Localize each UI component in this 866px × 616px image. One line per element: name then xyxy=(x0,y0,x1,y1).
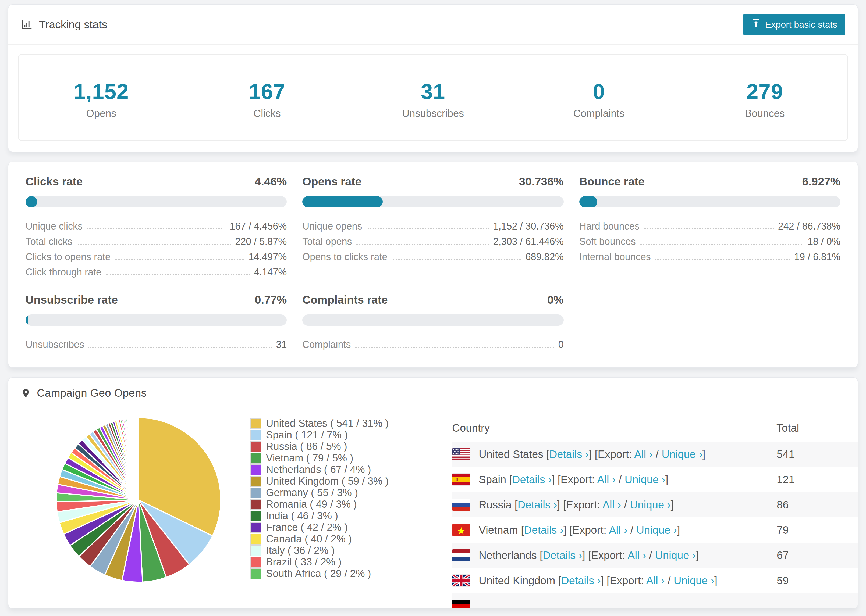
rate-progress-fill xyxy=(25,314,28,326)
legend-item-united-kingdom[interactable]: United Kingdom ( 59 / 3% ) xyxy=(250,475,412,487)
legend-item-italy[interactable]: Italy ( 36 / 2% ) xyxy=(250,545,412,556)
country-total: 79 xyxy=(777,524,789,536)
export-all-link[interactable]: All › xyxy=(597,473,616,486)
rate-value: 6.927% xyxy=(802,175,841,188)
geo-table-col-country: Country xyxy=(452,414,776,442)
dotted-leader xyxy=(644,228,774,229)
legend-item-netherlands[interactable]: Netherlands ( 67 / 4% ) xyxy=(250,464,412,475)
export-all-link[interactable]: All › xyxy=(609,524,627,536)
geo-table-row-united-kingdom: United Kingdom [Details ›] [Export: All … xyxy=(452,568,858,593)
export-all-link[interactable]: All › xyxy=(634,448,653,460)
details-link[interactable]: Details › xyxy=(512,473,552,486)
stat-label: Unsubscribes xyxy=(350,108,516,119)
rate-block-clicks-rate: Clicks rate4.46%Unique clicks167 / 4.456… xyxy=(25,175,287,278)
tracking-stats-header: Tracking stats Export basic stats xyxy=(8,5,858,45)
legend-item-germany[interactable]: Germany ( 55 / 3% ) xyxy=(250,487,412,498)
export-unique-link[interactable]: Unique › xyxy=(625,473,665,486)
country-name: Spain xyxy=(479,473,509,486)
export-basic-stats-button[interactable]: Export basic stats xyxy=(743,14,845,35)
export-unique-link[interactable]: Unique › xyxy=(655,549,696,561)
rate-detail-row: Unsubscribes31 xyxy=(25,335,287,350)
legend-item-vietnam[interactable]: Vietnam ( 79 / 5% ) xyxy=(250,452,412,464)
legend-item-south-africa[interactable]: South Africa ( 29 / 2% ) xyxy=(250,568,412,580)
legend-swatch xyxy=(250,511,261,522)
rate-value: 0.77% xyxy=(255,294,287,306)
legend-item-united-states[interactable]: United States ( 541 / 31% ) xyxy=(250,418,412,429)
rate-detail-row: Internal bounces19 / 6.81% xyxy=(579,247,841,262)
legend-item-canada[interactable]: Canada ( 40 / 2% ) xyxy=(250,533,412,545)
rate-value: 30.736% xyxy=(519,175,564,188)
dotted-leader xyxy=(356,244,489,245)
legend-label: South Africa ( 29 / 2% ) xyxy=(266,568,371,580)
legend-item-india[interactable]: India ( 46 / 3% ) xyxy=(250,510,412,522)
country-total: 59 xyxy=(777,575,789,586)
rate-detail-row: Total opens2,303 / 61.446% xyxy=(302,232,564,247)
stat-value: 31 xyxy=(350,79,516,104)
dotted-leader xyxy=(115,259,244,260)
stat-value: 279 xyxy=(682,79,847,104)
geo-opens-title-text: Campaign Geo Opens xyxy=(37,387,146,399)
country-links: Vietnam [Details ›] [Export: All › / Uni… xyxy=(479,524,680,536)
legend-swatch xyxy=(250,569,261,579)
rate-progress-fill xyxy=(579,196,597,207)
details-link[interactable]: Details › xyxy=(549,448,589,460)
legend-item-romania[interactable]: Romania ( 49 / 3% ) xyxy=(250,498,412,510)
details-link[interactable]: Details › xyxy=(518,499,557,511)
export-unique-link[interactable]: Unique › xyxy=(630,499,671,511)
legend-item-france[interactable]: France ( 42 / 2% ) xyxy=(250,522,412,533)
export-all-link[interactable]: All › xyxy=(602,499,621,511)
stat-label: Bounces xyxy=(682,108,847,119)
legend-label: Spain ( 121 / 7% ) xyxy=(266,429,348,441)
legend-label: Italy ( 36 / 2% ) xyxy=(266,545,335,556)
legend-label: Romania ( 49 / 3% ) xyxy=(266,498,357,510)
dotted-leader xyxy=(87,228,225,229)
rate-detail-value: 2,303 / 61.446% xyxy=(493,236,564,247)
export-all-link[interactable]: All › xyxy=(628,549,646,561)
details-link[interactable]: Details › xyxy=(524,524,564,536)
rate-detail-label: Unsubscribes xyxy=(25,339,84,350)
rate-block-unsubscribe-rate: Unsubscribe rate0.77%Unsubscribes31 xyxy=(25,294,287,350)
de-flag-icon xyxy=(452,600,470,608)
country-total: 121 xyxy=(777,473,795,486)
summary-stats-row: 1,152Opens167Clicks31Unsubscribes0Compla… xyxy=(18,54,848,141)
bar-chart-icon xyxy=(21,18,33,31)
legend-swatch xyxy=(250,418,261,429)
legend-swatch xyxy=(250,522,261,533)
details-link[interactable]: Details › xyxy=(561,575,601,586)
country-links: United Kingdom [Details ›] [Export: All … xyxy=(479,575,717,587)
rate-detail-value: 167 / 4.456% xyxy=(230,221,287,232)
export-unique-link[interactable]: Unique › xyxy=(661,448,702,460)
rate-detail-label: Internal bounces xyxy=(579,251,651,262)
legend-item-spain[interactable]: Spain ( 121 / 7% ) xyxy=(250,429,412,441)
rate-value: 0% xyxy=(547,294,564,306)
rate-detail-row: Total clicks220 / 5.87% xyxy=(25,232,287,247)
rate-detail-label: Click through rate xyxy=(25,267,101,278)
legend-label: Vietnam ( 79 / 5% ) xyxy=(266,452,353,464)
rate-detail-value: 14.497% xyxy=(249,251,287,262)
dotted-leader xyxy=(106,274,250,275)
legend-swatch xyxy=(250,557,261,567)
export-unique-link[interactable]: Unique › xyxy=(674,575,714,586)
geo-opens-title: Campaign Geo Opens xyxy=(21,387,146,399)
country-name: Netherlands xyxy=(479,549,540,561)
geo-opens-content: United States ( 541 / 31% )Spain ( 121 /… xyxy=(8,409,858,608)
gb-flag-icon xyxy=(452,575,470,586)
tracking-stats-card: Tracking stats Export basic stats 1,152O… xyxy=(8,4,858,152)
geo-table-header-row: Country Total xyxy=(452,414,858,442)
rate-title: Clicks rate xyxy=(25,175,83,188)
legend-item-russia[interactable]: Russia ( 86 / 5% ) xyxy=(250,441,412,452)
rate-detail-row: Complaints0 xyxy=(302,335,564,350)
rate-detail-row: Clicks to opens rate14.497% xyxy=(25,247,287,262)
details-link[interactable]: Details › xyxy=(543,549,582,561)
rate-detail-label: Total opens xyxy=(302,236,352,247)
rates-card: Clicks rate4.46%Unique clicks167 / 4.456… xyxy=(8,162,858,368)
export-all-link[interactable]: All › xyxy=(646,575,665,586)
country-name: Russia xyxy=(479,499,515,511)
legend-label: India ( 46 / 3% ) xyxy=(266,510,338,522)
geo-pie-chart xyxy=(52,414,225,587)
nl-flag-icon xyxy=(452,549,470,561)
stat-cell-unsubscribes: 31Unsubscribes xyxy=(350,55,516,140)
export-unique-link[interactable]: Unique › xyxy=(636,524,677,536)
legend-item-brazil[interactable]: Brazil ( 33 / 2% ) xyxy=(250,556,412,568)
vn-flag-icon xyxy=(452,524,470,536)
